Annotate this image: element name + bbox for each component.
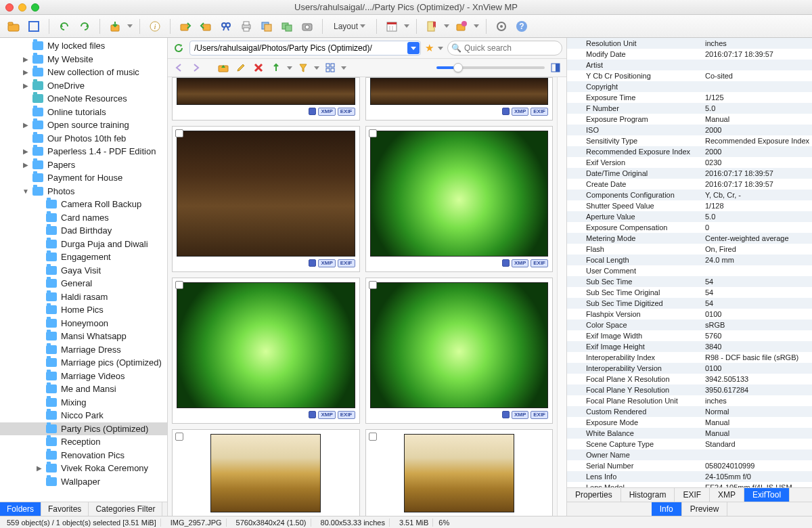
exif-row[interactable]: Resolution Unitinches — [567, 38, 812, 49]
batch-icon[interactable] — [279, 18, 295, 35]
thumbnail-checkbox[interactable] — [175, 129, 183, 137]
exif-row[interactable]: User Comment — [567, 265, 812, 276]
tree-item[interactable]: ▶OneDrive — [0, 79, 167, 93]
exif-row[interactable]: Modify Date2016:07:17 18:39:57 — [567, 49, 812, 60]
tree-item[interactable]: Renovation Pics — [0, 449, 167, 462]
fullscreen-icon[interactable] — [26, 18, 42, 35]
import-dropdown-icon[interactable] — [127, 24, 133, 28]
view-mode-icon[interactable] — [323, 61, 337, 74]
window-close-button[interactable] — [5, 3, 14, 12]
thumbnail-checkbox[interactable] — [369, 281, 377, 289]
tree-item[interactable]: General — [0, 277, 167, 290]
tree-item[interactable]: Party Pics (Optimized) — [0, 422, 167, 436]
exif-row[interactable]: Exif Image Height3840 — [567, 341, 812, 352]
calendar-icon[interactable] — [384, 18, 400, 35]
exif-row[interactable]: Artist — [567, 60, 812, 70]
thumbnail-checkbox[interactable] — [369, 433, 377, 441]
tree-item[interactable]: ▶My Website — [0, 53, 167, 66]
tree-item[interactable]: ▶New collection of music — [0, 66, 167, 79]
path-refresh-icon[interactable] — [172, 41, 185, 55]
exif-row[interactable]: Sub Sec Time Digitized54 — [567, 298, 812, 309]
thumbnail-item[interactable]: XMPEXIF — [365, 126, 554, 272]
tree-item[interactable]: Dad Birthday — [0, 224, 167, 238]
thumbnail-checkbox[interactable] — [175, 433, 183, 441]
window-minimize-button[interactable] — [18, 3, 26, 12]
disclosure-triangle-icon[interactable]: ▶ — [19, 56, 32, 63]
exif-row[interactable]: White BalanceManual — [567, 428, 812, 439]
tree-item[interactable]: Wallpaper — [0, 475, 167, 489]
exif-row[interactable]: Color SpacesRGB — [567, 320, 812, 330]
exif-row[interactable]: Components ConfigurationY, Cb, Cr, - — [567, 190, 812, 200]
delete-icon[interactable] — [252, 61, 265, 74]
search-icon[interactable] — [218, 18, 234, 35]
settings-icon[interactable] — [493, 18, 510, 35]
exif-row[interactable]: Custom RenderedNormal — [567, 406, 812, 417]
sidebar-tab[interactable]: Categories Filter — [89, 502, 162, 516]
exif-row[interactable]: Exposure ProgramManual — [567, 114, 812, 125]
disclosure-triangle-icon[interactable]: ▶ — [19, 82, 32, 89]
exif-row[interactable]: Metering ModeCenter-weighted average — [567, 233, 812, 244]
tree-item[interactable]: Engagement — [0, 250, 167, 264]
print-icon[interactable] — [238, 18, 254, 35]
tree-item[interactable]: Honeymoon — [0, 317, 167, 330]
tree-item[interactable]: Haldi rasam — [0, 290, 167, 304]
bookmark-icon[interactable] — [424, 18, 440, 35]
layout-dropdown[interactable]: Layout — [330, 19, 369, 34]
metadata-tab[interactable]: XMP — [710, 488, 744, 502]
favorite-star-icon[interactable]: ★ — [425, 42, 434, 54]
nav-forward-icon[interactable] — [189, 61, 203, 74]
exif-row[interactable]: Date/Time Original2016:07:17 18:39:57 — [567, 168, 812, 179]
quick-search-input[interactable] — [447, 41, 562, 56]
tree-item[interactable]: Nicco Park — [0, 409, 167, 422]
thumbnail-item[interactable] — [172, 429, 360, 516]
tree-item[interactable]: Home Pics — [0, 303, 167, 317]
tree-item[interactable]: Reception — [0, 435, 167, 449]
exif-row[interactable]: F Number5.0 — [567, 103, 812, 114]
tree-item[interactable]: ▶Open source training — [0, 118, 167, 132]
exif-row[interactable]: Exif Image Width5760 — [567, 330, 812, 341]
path-input[interactable] — [189, 41, 421, 56]
thumbnail-item[interactable] — [365, 429, 554, 516]
folder-tree[interactable]: My locked files▶My Website▶New collectio… — [0, 38, 167, 502]
exif-row[interactable]: Aperture Value5.0 — [567, 211, 812, 222]
disclosure-triangle-icon[interactable]: ▶ — [19, 148, 32, 155]
redo-icon[interactable] — [76, 18, 93, 35]
edit-icon[interactable] — [234, 61, 248, 74]
metadata-subtab[interactable]: Info — [652, 502, 682, 516]
sort-icon[interactable] — [269, 61, 283, 74]
sidebar-tab[interactable]: Favorites — [41, 502, 89, 516]
exif-row[interactable]: Focal Plane Resolution Unitinches — [567, 395, 812, 406]
exif-row[interactable]: Interoperability Version0100 — [567, 363, 812, 374]
exif-row[interactable]: Scene Capture TypeStandard — [567, 439, 812, 449]
tree-item[interactable]: Durga Puja and Diwali — [0, 238, 167, 251]
exif-row[interactable]: Sub Sec Time Original54 — [567, 287, 812, 298]
exif-row[interactable]: Lens ModelEF24-105mm f/4L IS USM — [567, 482, 812, 487]
path-dropdown-button[interactable] — [407, 42, 420, 54]
exif-row[interactable]: Focal Plane X Resolution3942.505133 — [567, 374, 812, 384]
metadata-tab[interactable]: Properties — [567, 488, 621, 502]
tree-item[interactable]: Gaya Visit — [0, 264, 167, 278]
metadata-tab[interactable]: Histogram — [621, 488, 675, 502]
tree-item[interactable]: Marriage Dress — [0, 343, 167, 357]
favorite-dropdown-icon[interactable] — [438, 47, 443, 50]
thumbnail-scrollbar[interactable] — [557, 77, 566, 516]
filter-dropdown-icon[interactable] — [314, 66, 319, 70]
thumbnail-size-slider[interactable] — [436, 66, 545, 69]
disclosure-triangle-icon[interactable]: ▶ — [19, 161, 32, 169]
thumbnail-checkbox[interactable] — [369, 129, 377, 137]
exif-row[interactable]: Exif Version0230 — [567, 157, 812, 168]
metadata-subtab[interactable]: Preview — [682, 502, 728, 516]
thumbnail-item[interactable]: XMPEXIF — [172, 126, 360, 272]
expand-panel-icon[interactable] — [549, 61, 562, 74]
exif-table[interactable]: Resolution UnitinchesModify Date2016:07:… — [567, 38, 812, 487]
sidebar-tab[interactable]: Folders — [0, 502, 41, 516]
exif-row[interactable]: Shutter Speed Value1/128 — [567, 200, 812, 211]
tag-folder-icon[interactable] — [453, 18, 470, 35]
exif-row[interactable]: Exposure ModeManual — [567, 417, 812, 428]
tree-item[interactable]: Camera Roll Backup — [0, 198, 167, 211]
tree-item[interactable]: My locked files — [0, 39, 167, 53]
undo-icon[interactable] — [56, 18, 72, 35]
thumbnail-item[interactable]: XMPEXIF — [365, 278, 554, 424]
tree-item[interactable]: Mansi Whatsapp — [0, 330, 167, 343]
exif-row[interactable]: Lens Info24-105mm f/0 — [567, 471, 812, 482]
